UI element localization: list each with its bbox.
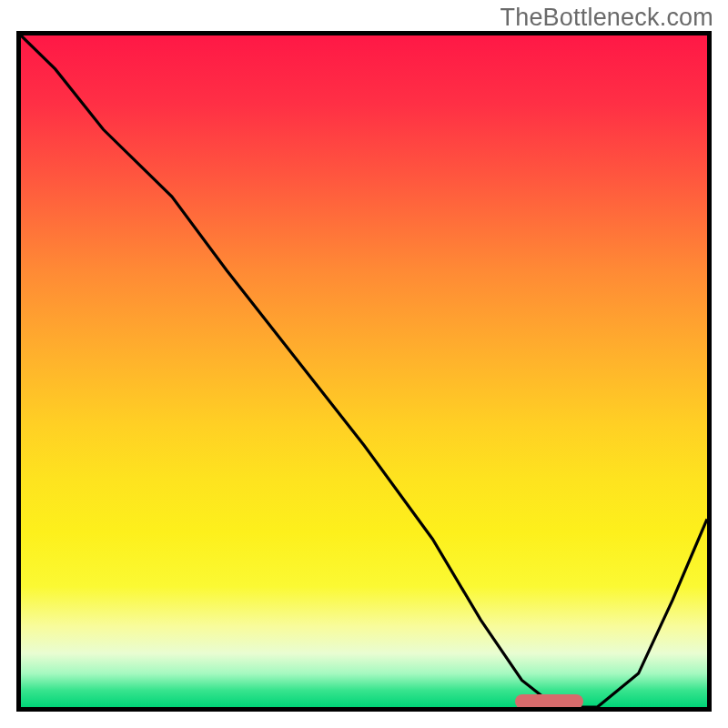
chart-container: TheBottleneck.com bbox=[0, 0, 728, 728]
optimal-range-marker bbox=[515, 694, 583, 709]
chart-frame bbox=[16, 31, 712, 712]
watermark-text: TheBottleneck.com bbox=[500, 4, 713, 32]
bottleneck-curve bbox=[21, 35, 707, 707]
